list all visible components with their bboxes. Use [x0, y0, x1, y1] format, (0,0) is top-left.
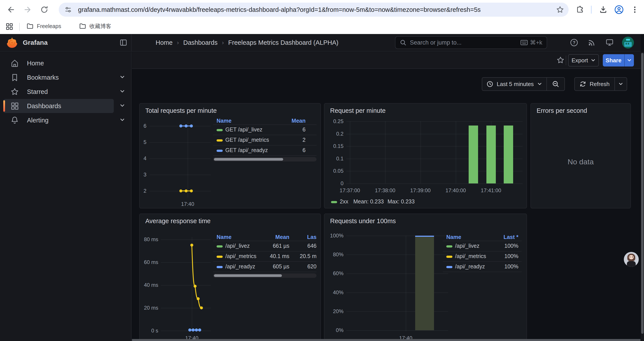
bookmark-folder-label: Freeleaps	[37, 23, 61, 30]
breadcrumb-home[interactable]: Home	[156, 39, 172, 46]
dashboards-icon	[10, 102, 19, 110]
search-shortcut: ⌘+k	[530, 39, 542, 46]
sidebar-item-starred[interactable]: Starred	[3, 85, 114, 99]
zoom-out-icon	[552, 81, 559, 88]
no-data-message: No data	[531, 158, 630, 166]
panel-errors-per-second[interactable]: Errors per second No data	[530, 103, 631, 208]
bookmark-folder-freeleaps[interactable]: Freeleaps	[26, 22, 61, 30]
downloads-icon[interactable]	[596, 0, 611, 19]
active-indicator	[3, 100, 5, 112]
grafana-header-left: Grafana	[0, 34, 132, 51]
chevron-down-icon[interactable]	[119, 103, 126, 110]
chevron-down-icon	[627, 58, 632, 63]
bookmarks-icon	[10, 73, 19, 82]
time-range-group: Last 5 minutes	[482, 77, 565, 91]
floating-avatar[interactable]	[624, 252, 639, 267]
zoom-out-button[interactable]	[547, 78, 564, 90]
dashboard-actions-bar: Export Share	[132, 52, 641, 69]
user-avatar[interactable]	[622, 37, 634, 49]
keyboard-icon	[520, 40, 528, 46]
sidebar-item-alerting[interactable]: Alerting	[3, 113, 114, 127]
svg-text:?: ?	[573, 40, 576, 45]
clock-icon	[486, 81, 493, 87]
bookmarks-divider	[19, 23, 20, 31]
chevron-down-icon[interactable]	[119, 74, 126, 81]
share-menu-button[interactable]	[624, 54, 634, 67]
panel-title: Request per minute	[330, 107, 386, 114]
panel-title: Errors per second	[536, 107, 587, 114]
refresh-interval-button[interactable]	[615, 78, 627, 90]
reload-button[interactable]	[37, 0, 52, 19]
help-icon[interactable]: ?	[570, 38, 578, 47]
breadcrumb-dashboards[interactable]: Dashboards	[183, 39, 218, 46]
time-range-label: Last 5 minutes	[497, 81, 534, 88]
sidebar-item-label: Alerting	[27, 117, 48, 124]
collapse-sidebar-icon[interactable]	[120, 39, 127, 46]
toolbar-divider	[591, 6, 592, 14]
rss-icon[interactable]	[588, 39, 595, 46]
refresh-label: Refresh	[590, 81, 610, 88]
refresh-group: Refresh	[574, 77, 627, 91]
vertical-scrollbar[interactable]	[641, 52, 644, 341]
grafana-brand: Grafana	[23, 39, 48, 46]
forward-button[interactable]	[20, 0, 35, 19]
breadcrumb-separator: ›	[177, 39, 179, 46]
panel-title: Total requests per minute	[145, 107, 217, 114]
site-settings-icon[interactable]	[64, 6, 72, 14]
panel-requests-under-100ms[interactable]: Requests under 100ms	[324, 213, 527, 341]
search-icon	[400, 39, 406, 46]
export-button[interactable]: Export	[568, 54, 599, 67]
share-button[interactable]: Share	[603, 54, 624, 67]
sidebar: HomeBookmarksStarredDashboardsAlerting	[0, 52, 132, 341]
chevron-down-icon	[618, 82, 623, 87]
favorite-star-icon[interactable]	[556, 56, 565, 64]
sidebar-item-label: Starred	[27, 88, 48, 96]
apps-grid-icon[interactable]	[5, 22, 14, 31]
application-window: grafana.mathmast.com/d/deytv4rwavabkb/fr…	[0, 0, 644, 341]
panel-total-requests-per-minute[interactable]: Total requests per minute	[139, 103, 321, 208]
back-button[interactable]	[4, 0, 18, 19]
chevron-down-icon	[537, 82, 542, 87]
actions-divider	[566, 56, 566, 65]
sidebar-item-home[interactable]: Home	[3, 56, 114, 70]
monitor-icon[interactable]	[606, 38, 614, 47]
search-input[interactable]: Search or jump to... ⌘+k	[395, 36, 547, 49]
chevron-down-icon	[591, 58, 596, 63]
share-split-button: Share	[603, 54, 634, 67]
home-icon	[10, 59, 19, 68]
grafana-header: Grafana Home › Dashboards › Freeleaps Me…	[0, 34, 641, 52]
browser-menu-icon[interactable]	[627, 0, 642, 19]
url-text[interactable]: grafana.mathmast.com/d/deytv4rwavabkb/fr…	[78, 6, 556, 14]
url-bar[interactable]: grafana.mathmast.com/d/deytv4rwavabkb/fr…	[59, 3, 568, 17]
starred-icon	[10, 87, 19, 96]
export-label: Export	[572, 57, 588, 64]
breadcrumb-current: Freeleaps Metrics Dashboard (ALPHA)	[228, 39, 338, 46]
grafana-logo[interactable]	[6, 37, 18, 49]
bookmark-folder-blogs[interactable]: 收藏博客	[79, 22, 111, 30]
alerting-icon	[10, 116, 19, 125]
sidebar-item-label: Home	[27, 60, 44, 67]
sidebar-item-dashboards[interactable]: Dashboards	[3, 99, 114, 113]
bookmark-star-icon[interactable]	[556, 6, 564, 14]
sidebar-item-label: Bookmarks	[27, 74, 59, 81]
panel-request-per-minute[interactable]: Request per minute	[324, 103, 527, 208]
breadcrumb: Home › Dashboards › Freeleaps Metrics Da…	[156, 34, 338, 51]
browser-toolbar: grafana.mathmast.com/d/deytv4rwavabkb/fr…	[0, 0, 644, 19]
breadcrumb-separator: ›	[222, 39, 224, 46]
time-range-picker[interactable]: Last 5 minutes	[482, 81, 546, 88]
sidebar-item-bookmarks[interactable]: Bookmarks	[3, 71, 114, 85]
chevron-down-icon[interactable]	[119, 117, 126, 124]
refresh-icon	[580, 81, 586, 87]
horizontal-scrollbar[interactable]	[132, 339, 640, 341]
panel-title: Average response time	[145, 217, 211, 225]
panel-average-response-time[interactable]: Average response time	[139, 213, 321, 341]
extensions-icon[interactable]	[572, 0, 588, 19]
search-placeholder: Search or jump to...	[410, 39, 520, 46]
profile-icon[interactable]	[612, 0, 626, 19]
sidebar-item-label: Dashboards	[27, 103, 61, 110]
bookmark-folder-label: 收藏博客	[90, 23, 111, 30]
refresh-button[interactable]: Refresh	[575, 81, 614, 88]
share-label: Share	[606, 57, 622, 64]
chevron-down-icon[interactable]	[119, 88, 126, 95]
panel-title: Requests under 100ms	[330, 217, 396, 225]
